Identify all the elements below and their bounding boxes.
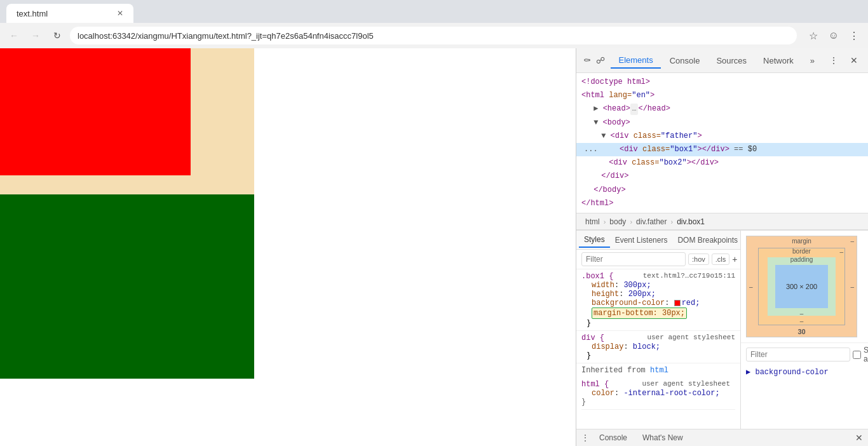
css-selector: .box1 { [581,272,613,281]
css-prop-height: height: 200px; [581,290,735,299]
html-line[interactable]: </html> [576,197,868,210]
tab-console[interactable]: Console [662,53,708,68]
account-icon[interactable]: ☺ [825,27,843,44]
css-selector-html: html { [581,380,609,389]
devtools-close-icon[interactable]: ✕ [845,51,863,69]
html-line[interactable]: </div> [576,170,868,183]
bm-margin-right-dash: – [850,283,854,290]
tab-styles[interactable]: Styles [579,233,610,248]
inherited-title: Inherited from html [581,366,735,375]
box-model-visual: margin – border – padding [746,236,857,337]
inspect-icon[interactable]: ⚰ [581,51,592,69]
devtools-more-buttons: ⋮ ✕ [825,51,863,69]
filter-hov-button[interactable]: :hov [688,253,709,265]
box-model-container: margin – border – padding [741,231,868,342]
tab-title: text.html [17,9,48,18]
menu-icon[interactable]: ⋮ [845,27,863,44]
address-input[interactable] [70,27,797,44]
css-rule-div-close: } [581,351,735,360]
bm-margin-label: margin [792,238,811,245]
bm-border-box: border – padding 300 × 200 [758,248,845,325]
tab-dom-breakpoints[interactable]: DOM Breakpoints [672,233,741,247]
css-rule-html: html { user agent stylesheet color: -int… [581,377,735,410]
css-prop-display: display: block; [581,342,735,351]
page-content [0,48,576,446]
html-line[interactable]: ▼ <body> [576,116,868,130]
html-line[interactable]: </body> [576,184,868,197]
filter-bottom: Show all [741,342,868,366]
show-all-checkbox[interactable]: Show all [853,346,868,363]
css-prop-width: width: 300px; [581,281,735,290]
html-line[interactable]: <!doctype html> [576,76,868,89]
bm-margin-left-dash: – [749,283,753,290]
bottom-menu-icon[interactable]: ⋮ [581,433,589,442]
html-line-selected[interactable]: ... <div class="box1"></div> == $0 [576,143,868,156]
css-ua-source: user agent stylesheet [642,380,730,388]
css-prop-name: background-color [581,299,665,307]
css-prop-value: 200px; [628,290,656,299]
css-prop-value: block; [633,342,660,351]
filter-cls-button[interactable]: .cls [712,253,730,265]
breadcrumb-body[interactable]: body [606,216,630,227]
doctype-tag: <!doctype html> [581,78,650,86]
filter-input[interactable] [581,252,686,266]
reload-button[interactable]: ↻ [48,27,66,44]
forward-button[interactable]: → [27,27,44,44]
bm-margin-dash: – [850,238,854,245]
bottom-tab-whats-new[interactable]: What's New [637,432,688,443]
bottom-close-button[interactable]: ✕ [855,433,863,443]
css-rule-header: .box1 { text.html?…cc719o15:11 [581,272,735,281]
css-source: user agent stylesheet [647,334,735,341]
devtools-settings-icon[interactable]: ⋮ [825,51,843,69]
browser-tab[interactable]: text.html ✕ [6,4,133,23]
css-selector: div { [581,334,604,342]
main-area: ⚰ ☍ Elements Console Sources Network » ⋮… [0,48,868,446]
html-line[interactable]: ▼ <div class="father"> [576,130,868,143]
bookmark-icon[interactable]: ☆ [804,27,822,44]
bm-margin-bottom-value: 30 [797,328,805,335]
tab-close-button[interactable]: ✕ [117,9,123,18]
css-prop-bg: background-color: red; [581,299,735,307]
breadcrumb-father[interactable]: div.father [632,216,670,227]
devtools-toolbar: ⚰ ☍ Elements Console Sources Network » ⋮… [576,48,868,73]
html-line[interactable]: <html lang="en"> [576,89,868,102]
css-source[interactable]: text.html?…cc719o15:11 [643,272,735,280]
styles-area: Styles Event Listeners DOM Breakpoints P… [576,230,868,428]
css-prop-name: margin-bottom: 30px; [581,309,687,318]
css-prop-name: width [581,281,614,290]
toolbar-icons: ☆ ☺ ⋮ [804,27,863,44]
tab-network[interactable]: Network [756,53,801,68]
devtools-tabs: Elements Console Sources Network » [611,53,822,69]
father-div [0,48,254,379]
filter-bottom-input[interactable] [746,348,850,362]
html-line[interactable]: <div class="box2"></div> [576,156,868,170]
back-button[interactable]: ← [5,27,23,44]
css-prop-name: height [581,290,619,299]
filter-add-button[interactable]: + [732,253,737,265]
tab-elements[interactable]: Elements [611,53,660,69]
css-prop-color: color [581,389,614,398]
tab-more[interactable]: » [803,53,822,68]
html-line[interactable]: ▶ <head>…</head> [576,102,868,116]
show-all-input[interactable] [853,351,861,359]
tab-event-listeners[interactable]: Event Listeners [610,233,673,247]
box2-div [0,194,254,379]
css-rule-div: div { user agent stylesheet display: blo… [576,331,740,363]
color-swatch [674,300,681,306]
css-rule-div-header: div { user agent stylesheet [581,334,735,342]
bottom-bar: ⋮ Console What's New ✕ [576,429,868,446]
breadcrumb-bar: html › body › div.father › div.box1 [576,213,868,230]
bm-border-dash: – [839,248,843,255]
styles-left-panel: Styles Event Listeners DOM Breakpoints P… [576,231,741,428]
bottom-tab-console[interactable]: Console [594,432,632,443]
bg-color-label: ▶ background-color [746,368,829,377]
inherited-element-link[interactable]: html [650,366,668,375]
tab-sources[interactable]: Sources [709,53,754,68]
bm-border-bottom-dash: – [800,318,804,325]
breadcrumb-box1[interactable]: div.box1 [673,216,709,227]
inherited-section: Inherited from html html { user agent st… [576,363,740,412]
device-icon[interactable]: ☍ [595,51,606,69]
bm-padding-bottom-dash: – [800,310,804,317]
breadcrumb-html[interactable]: html [581,216,604,227]
bg-color-item[interactable]: ▶ background-color [741,366,868,378]
